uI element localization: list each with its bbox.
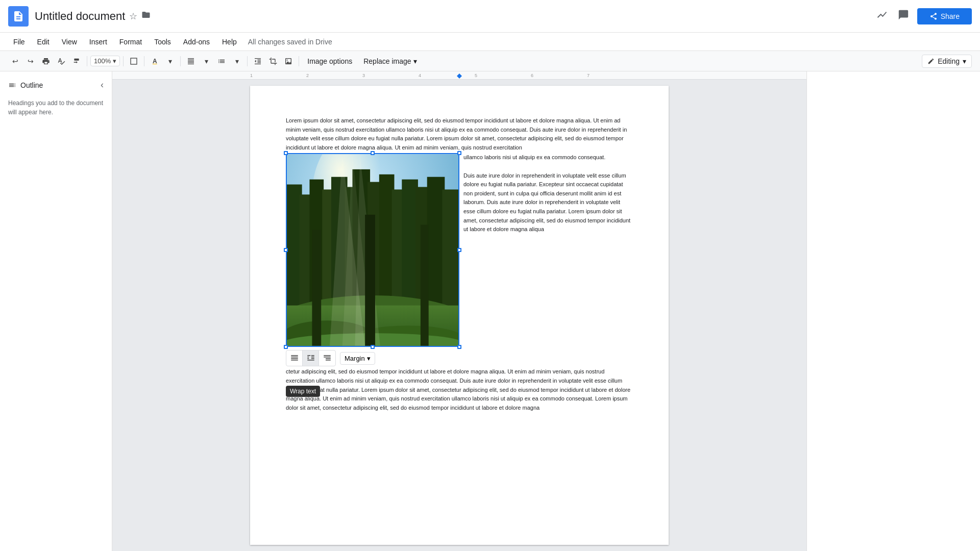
svg-rect-41 [324, 357, 331, 358]
replace-image-button[interactable]: Replace image ▾ [358, 55, 422, 67]
handle-br[interactable] [457, 345, 461, 349]
menu-format[interactable]: Format [114, 36, 147, 48]
sidebar-title: Outline [8, 81, 43, 89]
replace-image-chevron: ▾ [413, 57, 417, 65]
margin-dropdown[interactable]: Margin ▾ [340, 352, 375, 365]
editing-label: Editing [938, 57, 960, 65]
handle-tm[interactable] [371, 151, 375, 155]
svg-rect-40 [324, 355, 331, 356]
image-mask-button[interactable] [281, 54, 296, 68]
svg-rect-42 [326, 358, 331, 359]
menu-insert[interactable]: Insert [84, 36, 112, 48]
separator-5 [247, 56, 248, 66]
handle-tr[interactable] [457, 151, 461, 155]
editing-selector[interactable]: Editing ▾ [922, 55, 972, 68]
doc-title-area: Untitled document ☆ [35, 10, 151, 23]
margin-label: Margin [345, 355, 365, 362]
share-button[interactable]: Share [917, 8, 972, 24]
svg-rect-30 [291, 357, 298, 358]
main-area: Outline ‹ Headings you add to the docume… [0, 71, 980, 551]
forest-image-container[interactable]: Margin ▾ Wrap text [286, 153, 459, 347]
para-before: Lorem ipsum dolor sit amet, consectetur … [286, 116, 633, 152]
separator-1 [87, 56, 87, 66]
sidebar: Outline ‹ Headings you add to the docume… [0, 71, 112, 551]
menu-tools[interactable]: Tools [149, 36, 176, 48]
svg-rect-34 [311, 355, 314, 356]
star-icon[interactable]: ☆ [129, 11, 137, 22]
undo-button[interactable]: ↩ [8, 54, 22, 68]
stats-icon[interactable] [874, 7, 890, 25]
handle-mr[interactable] [457, 248, 461, 252]
image-options-label: Image options [307, 57, 352, 65]
sidebar-hint: Headings you add to the document will ap… [8, 98, 104, 117]
handle-bm[interactable] [371, 345, 375, 349]
handle-ml[interactable] [284, 248, 288, 252]
indent-decrease-button[interactable] [251, 54, 265, 68]
ruler-handle[interactable] [457, 73, 462, 79]
page-view-button[interactable] [127, 54, 141, 68]
document-page: Lorem ipsum dolor sit amet, consectetur … [250, 86, 669, 545]
text-align-chevron[interactable]: ▾ [199, 54, 213, 68]
zoom-level: 100% [94, 57, 111, 65]
list-chevron[interactable]: ▾ [230, 54, 244, 68]
svg-rect-36 [307, 357, 309, 358]
svg-rect-32 [291, 360, 298, 361]
margin-chevron: ▾ [367, 355, 371, 362]
forest-image [286, 153, 459, 347]
ruler: 1 2 3 4 5 6 7 [112, 71, 806, 80]
zoom-selector[interactable]: 100% ▾ [90, 56, 120, 66]
spell-check-button[interactable] [54, 54, 68, 68]
sidebar-outline-label: Outline [20, 81, 43, 89]
menu-file[interactable]: File [8, 36, 30, 48]
paint-format-button[interactable] [69, 54, 84, 68]
menu-edit[interactable]: Edit [32, 36, 55, 48]
app-icon [8, 6, 29, 27]
list-button[interactable] [214, 54, 229, 68]
saved-status: All changes saved in Drive [248, 38, 332, 46]
text-align-button[interactable] [184, 54, 198, 68]
redo-button[interactable]: ↪ [23, 54, 38, 68]
text-color-button[interactable]: ▾ [163, 54, 177, 68]
highlight-button[interactable]: A [148, 54, 162, 68]
svg-rect-26 [312, 230, 321, 346]
crop-button[interactable] [266, 54, 280, 68]
right-panel [806, 71, 980, 551]
svg-rect-37 [307, 358, 309, 359]
image-wrap-area: Margin ▾ Wrap text ullamco laboris nisi … [286, 153, 633, 347]
svg-rect-38 [311, 358, 314, 359]
menu-help[interactable]: Help [217, 36, 242, 48]
handle-tl[interactable] [284, 151, 288, 155]
share-label: Share [941, 12, 960, 20]
sidebar-header: Outline ‹ [8, 80, 104, 90]
ruler-mark-3: 4 [419, 73, 421, 78]
svg-rect-29 [291, 355, 298, 356]
print-button[interactable] [39, 54, 53, 68]
menu-view[interactable]: View [57, 36, 82, 48]
handle-bl[interactable] [284, 345, 288, 349]
comment-icon[interactable] [896, 7, 911, 25]
ruler-mark-2: 3 [362, 73, 365, 78]
menu-addons[interactable]: Add-ons [178, 36, 215, 48]
replace-image-label: Replace image [363, 57, 411, 65]
content-area: Lorem ipsum dolor sit amet, consectetur … [286, 116, 633, 412]
break-text-button[interactable] [319, 350, 335, 366]
svg-point-1 [287, 59, 288, 60]
inline-wrap-button[interactable] [286, 350, 303, 366]
svg-rect-33 [307, 355, 310, 356]
ruler-mark-1: 2 [306, 73, 309, 78]
separator-4 [180, 56, 181, 66]
separator-3 [144, 56, 144, 66]
folder-icon[interactable] [141, 10, 151, 22]
separator-2 [123, 56, 124, 66]
svg-rect-27 [365, 215, 375, 346]
svg-rect-43 [326, 360, 331, 361]
toolbar: ↩ ↪ 100% ▾ A ▾ ▾ ▾ Image options Rep [0, 51, 980, 71]
doc-title[interactable]: Untitled document [35, 10, 125, 23]
svg-rect-0 [131, 58, 137, 64]
sidebar-close-button[interactable]: ‹ [101, 80, 104, 90]
image-options-button[interactable]: Image options [302, 55, 357, 67]
page-area[interactable]: 1 2 3 4 5 6 7 Lorem ipsum dolor sit amet… [112, 71, 806, 551]
ruler-mark-4: 5 [475, 73, 477, 78]
ruler-inner: 1 2 3 4 5 6 7 [250, 71, 669, 79]
wrap-text-button[interactable] [303, 350, 319, 366]
